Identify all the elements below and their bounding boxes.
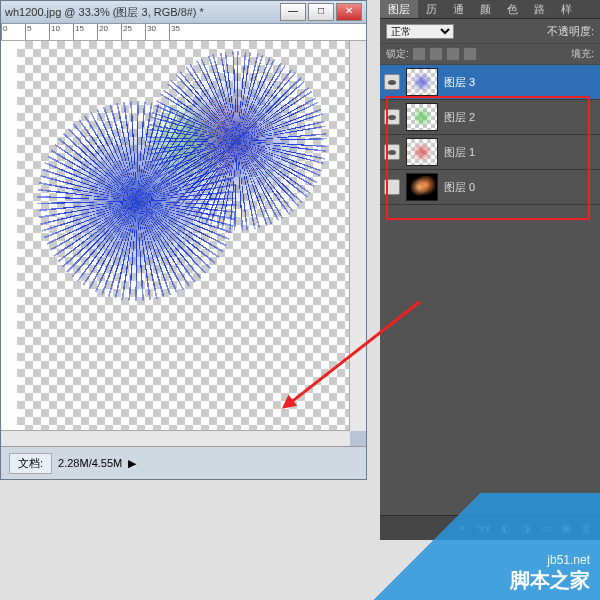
- layer-row[interactable]: 图层 3: [380, 65, 600, 100]
- doc-title: wh1200.jpg @ 33.3% (图层 3, RGB/8#) *: [5, 5, 278, 20]
- visibility-toggle[interactable]: [384, 74, 400, 90]
- lock-pixels-icon[interactable]: [429, 47, 443, 61]
- watermark-url: jb51.net: [547, 553, 590, 567]
- lock-row: 锁定: 填充:: [380, 44, 600, 65]
- tab-5[interactable]: 路: [526, 0, 553, 18]
- layer-name[interactable]: 图层 3: [444, 75, 475, 90]
- tab-4[interactable]: 色: [499, 0, 526, 18]
- panel-tabs: 图层 历 通 颜 色 路 样: [380, 0, 600, 19]
- layer-thumbnail[interactable]: [406, 68, 438, 96]
- tab-layers[interactable]: 图层: [380, 0, 418, 18]
- status-arrow-icon[interactable]: ▶: [128, 457, 136, 470]
- canvas-wrap: [1, 41, 350, 431]
- annotation-box: [386, 96, 590, 220]
- minimize-button[interactable]: —: [280, 3, 306, 21]
- status-bar: 文档: 2.28M/4.55M ▶: [1, 446, 366, 479]
- document-window: wh1200.jpg @ 33.3% (图层 3, RGB/8#) * — □ …: [0, 0, 367, 480]
- tab-channels[interactable]: 通: [445, 0, 472, 18]
- canvas[interactable]: [17, 41, 350, 431]
- scrollbar-vertical[interactable]: [349, 41, 366, 431]
- maximize-button[interactable]: □: [308, 3, 334, 21]
- layers-panel: 图层 历 通 颜 色 路 样 正常 不透明度: 锁定: 填充: 图层 3 图层 …: [380, 0, 600, 540]
- watermark: jb51.net 脚本之家: [330, 493, 600, 600]
- tab-3[interactable]: 颜: [472, 0, 499, 18]
- tab-6[interactable]: 样: [553, 0, 580, 18]
- close-button[interactable]: ✕: [336, 3, 362, 21]
- fill-label: 填充:: [571, 47, 594, 61]
- status-docsize: 2.28M/4.55M: [58, 457, 122, 469]
- title-bar[interactable]: wh1200.jpg @ 33.3% (图层 3, RGB/8#) * — □ …: [1, 1, 366, 24]
- lock-label: 锁定:: [386, 47, 409, 61]
- opacity-label: 不透明度:: [547, 24, 594, 39]
- lock-transparency-icon[interactable]: [412, 47, 426, 61]
- watermark-text: 脚本之家: [510, 567, 590, 594]
- scrollbar-horizontal[interactable]: [1, 430, 350, 447]
- lock-position-icon[interactable]: [446, 47, 460, 61]
- ruler-horizontal[interactable]: 05101520253035: [1, 24, 366, 41]
- ruler-vertical[interactable]: [1, 41, 18, 431]
- blend-row: 正常 不透明度:: [380, 19, 600, 44]
- artwork-blue-1: [37, 101, 237, 301]
- status-tab[interactable]: 文档:: [9, 453, 52, 474]
- lock-all-icon[interactable]: [463, 47, 477, 61]
- tab-history[interactable]: 历: [418, 0, 445, 18]
- blend-mode-select[interactable]: 正常: [386, 24, 454, 39]
